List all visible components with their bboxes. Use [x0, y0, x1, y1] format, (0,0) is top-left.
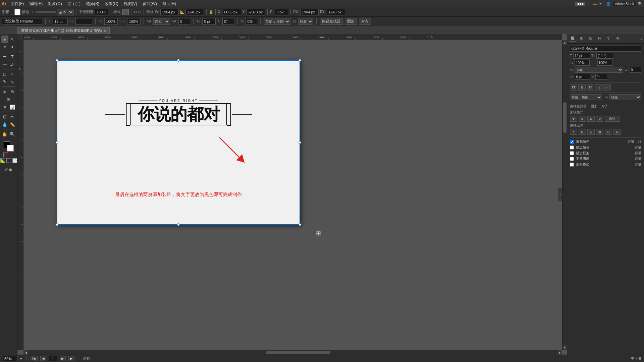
- lasso-tool[interactable]: ⌖: [1, 43, 9, 51]
- zoom-input[interactable]: [3, 356, 18, 361]
- arrange-btn[interactable]: ⊟: [587, 2, 590, 6]
- tracking-select[interactable]: 自动: [153, 18, 170, 25]
- panel-hscale[interactable]: [575, 60, 590, 66]
- gradient-btn[interactable]: [6, 158, 11, 163]
- stroke-color-checkbox[interactable]: [570, 145, 574, 149]
- stroke-thickness[interactable]: [36, 11, 56, 13]
- pencil-tool[interactable]: ✏: [1, 61, 9, 68]
- panel-collapse-btn[interactable]: ›: [558, 188, 562, 201]
- panel-vscale[interactable]: [597, 60, 612, 66]
- exclude-btn[interactable]: ⊘: [596, 116, 603, 122]
- share-btn[interactable]: ✈: [599, 2, 602, 6]
- opacity-input[interactable]: [95, 9, 108, 15]
- scroll-left-btn[interactable]: ◀: [23, 350, 28, 355]
- type-tool[interactable]: T: [9, 53, 16, 60]
- outline-btn[interactable]: □: [605, 129, 612, 135]
- stroke-frame-checkbox[interactable]: [570, 151, 574, 155]
- envelope-icon[interactable]: ⊟: [138, 10, 141, 14]
- align-icon[interactable]: ⊞: [638, 356, 641, 361]
- swap-colors-btn[interactable]: ⇄: [9, 153, 14, 157]
- scroll-right-btn[interactable]: ▶: [557, 350, 562, 355]
- constrain-icon[interactable]: 🔒: [209, 10, 213, 14]
- kerning-input[interactable]: [178, 18, 190, 25]
- trim-btn[interactable]: ⊟: [579, 129, 586, 135]
- v-scrollbar[interactable]: ▲ ▼: [562, 40, 567, 350]
- menu-help[interactable]: 帮助(H): [160, 0, 179, 7]
- panel-tab-properties[interactable]: 属: [569, 35, 576, 42]
- menu-window[interactable]: 窗口(W): [140, 0, 160, 7]
- nav-next-btn[interactable]: ▶: [60, 356, 66, 361]
- color-mode-btn[interactable]: [0, 158, 5, 163]
- menu-edit[interactable]: 编辑(E): [26, 0, 45, 7]
- rotation-input[interactable]: [275, 9, 288, 15]
- v-scroll-thumb[interactable]: [563, 102, 567, 133]
- breadcrumb-btn[interactable]: ≡≡: [592, 2, 597, 6]
- panel-tab-layers[interactable]: 用: [578, 36, 585, 42]
- ellipse-tool[interactable]: ○: [9, 70, 16, 78]
- h-scroll-thumb[interactable]: [266, 351, 331, 354]
- y-input[interactable]: [247, 9, 265, 15]
- user-icon[interactable]: 👤: [606, 2, 611, 6]
- menu-effects[interactable]: 效果(C): [102, 0, 121, 7]
- artboard-tool[interactable]: ⊞: [1, 113, 9, 120]
- hand-tool[interactable]: ✋: [1, 130, 9, 138]
- recolor-icon[interactable]: ⊙: [134, 10, 137, 14]
- char-rotation-input[interactable]: [222, 18, 234, 25]
- expand-btn[interactable]: 自动: [605, 116, 620, 122]
- free-transform-tool[interactable]: ⊡: [1, 96, 16, 103]
- page-input[interactable]: [49, 356, 57, 361]
- scroll-up-btn[interactable]: ▲: [562, 40, 567, 45]
- panel-baseline-input[interactable]: [575, 74, 590, 80]
- scale-tool[interactable]: ⤡: [9, 78, 16, 85]
- tsub-btn[interactable]: T↓: [595, 84, 602, 90]
- nav-last-btn[interactable]: ▶|: [68, 356, 75, 361]
- adobe-stock-label[interactable]: Adobe Stock: [613, 2, 636, 6]
- background-color[interactable]: [7, 145, 14, 152]
- document-tab[interactable]: 赛博朋克风字体合集.ai* @ 50% (RGB/GPU 预览) ×: [17, 27, 110, 34]
- pathfinder-btn[interactable]: 路径查找器: [320, 18, 343, 25]
- tab-close-btn[interactable]: ×: [104, 29, 106, 33]
- panel-tab-appearance[interactable]: 层: [587, 36, 594, 42]
- graph-tool[interactable]: 📊: [9, 103, 16, 111]
- scroll-down-btn[interactable]: ▼: [562, 345, 567, 350]
- font-family-input[interactable]: 优设标黑 Regular: [2, 18, 42, 25]
- menu-object[interactable]: 对象(O): [45, 0, 64, 7]
- symbol-tool[interactable]: ❋: [1, 103, 9, 111]
- vscale-input[interactable]: [127, 18, 141, 25]
- hscale-input[interactable]: [104, 18, 118, 25]
- panel-kerning-select[interactable]: 自动: [575, 67, 623, 73]
- menu-type[interactable]: 文字(T): [65, 0, 83, 7]
- panel-lang-select[interactable]: 英语：美国: [570, 94, 602, 100]
- tsuper-btn[interactable]: T↑: [603, 84, 611, 90]
- menu-select[interactable]: 选择(S): [83, 0, 102, 7]
- panel-tab-outer[interactable]: 外: [596, 36, 603, 42]
- zoom-tool[interactable]: 🔍: [9, 130, 16, 138]
- align-btn[interactable]: 对齐: [359, 18, 371, 25]
- warp-tool[interactable]: ≋: [1, 88, 9, 95]
- slice-tool[interactable]: ✂: [9, 113, 16, 120]
- fill-color-checkbox[interactable]: [570, 140, 574, 144]
- stroke-style-select[interactable]: 基本: [57, 9, 74, 15]
- panel-tab-character[interactable]: 字: [605, 36, 612, 42]
- color-swatches-pair[interactable]: [4, 141, 14, 152]
- right-panel-collapse[interactable]: ›: [641, 37, 642, 41]
- eyedropper-tool[interactable]: 💧: [1, 121, 9, 128]
- leading-input[interactable]: [75, 18, 92, 25]
- paintbrush-tool[interactable]: 🖌: [9, 61, 16, 68]
- direct-select-tool[interactable]: ↖: [9, 36, 16, 43]
- intersect-btn[interactable]: ⊗: [587, 116, 595, 122]
- x-input[interactable]: [223, 9, 241, 15]
- minus-front-btn[interactable]: ⊖: [579, 116, 586, 122]
- measure-tool[interactable]: 📏: [9, 121, 16, 128]
- rotate-tool[interactable]: ↻: [1, 78, 9, 85]
- stroke-color-swatch[interactable]: [14, 9, 20, 15]
- tr-italic-btn[interactable]: Tr: [578, 84, 586, 90]
- tt-bold-btn[interactable]: TT: [570, 84, 577, 90]
- rx-input[interactable]: [300, 9, 319, 15]
- search-icon[interactable]: 🔍: [638, 2, 643, 6]
- panel-rotation-input[interactable]: [595, 74, 607, 80]
- panel-kerning-val[interactable]: [630, 67, 641, 73]
- center-icon[interactable]: 中: [631, 356, 634, 361]
- magic-wand-tool[interactable]: ✦: [9, 43, 16, 51]
- nav-prev-btn[interactable]: ◀: [40, 356, 46, 361]
